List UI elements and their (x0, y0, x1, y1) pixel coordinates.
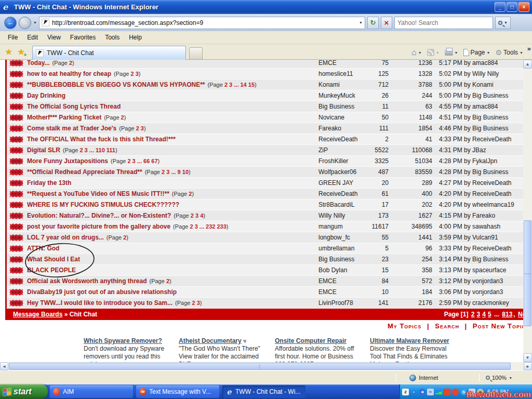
thread-title-link[interactable]: Day Drinking (27, 92, 65, 99)
thread-page-links[interactable]: 2 3 (192, 300, 200, 306)
thread-page-links[interactable]: 2 (69, 60, 72, 66)
thread-title-link[interactable]: **BUBBLEBOBBLE VS BIGEGO VS KONAMI VS HY… (27, 81, 205, 88)
thread-title-link[interactable]: Digital SLR (27, 147, 60, 154)
thread-page-links[interactable]: 2 (189, 191, 192, 197)
action-search[interactable]: Search (435, 322, 459, 330)
tray-aim-tray-icon[interactable] (452, 389, 459, 395)
thread-page-links[interactable]: 2 3 ... 9 10 (162, 169, 189, 175)
favorites-button[interactable]: ★ (5, 47, 12, 57)
taskbar-task-tww-chit-chat-wi-[interactable]: eTWW - Chit Chat - Wi... (222, 385, 305, 398)
taskbar-task-text-message-with-v-[interactable]: IMText Message with V... (136, 385, 219, 398)
search-input[interactable] (397, 19, 490, 26)
thread-title-link[interactable]: Come stalk me at Trader Joe's (27, 125, 116, 132)
new-tab-button[interactable] (189, 47, 203, 60)
tray-input-language-indicator[interactable]: 2 (402, 389, 409, 395)
thread-title-link[interactable]: ATTN: God (27, 245, 59, 252)
thread-title-link[interactable]: Friday the 13th (27, 179, 71, 187)
stop-button[interactable]: × (381, 17, 392, 29)
thread-page-links[interactable]: 2 3 ... 110 111 (79, 147, 115, 153)
thread-title-link[interactable]: how to eat healthy for cheap (27, 70, 111, 77)
thread-title-link[interactable]: Today... (27, 60, 50, 66)
thread-title-link[interactable]: **Official Redhead Appreciate Thread** (27, 168, 142, 176)
thread-title-link[interactable]: Hey TWW...I would like to introduce you … (27, 299, 172, 307)
thread-title-link[interactable]: post your favorite picture from the gall… (27, 223, 170, 230)
tab-tww-chit-chat[interactable]: TWW - Chit Chat (32, 46, 186, 60)
pagination-page-link[interactable]: 3 (477, 311, 481, 318)
thread-title-link[interactable]: The Official Song Lyrics Thread (27, 103, 121, 110)
ad-title-link[interactable]: Ultimate Malware Remover (370, 337, 449, 344)
thread-title-link[interactable]: **Request a YouTube Video of NES Music I… (27, 190, 169, 197)
thread-title-link[interactable]: The OFFICIAL What the fuck is this shit … (27, 136, 176, 143)
thread-page-links[interactable]: 2 3 ... 66 67 (127, 158, 157, 164)
address-field[interactable]: ▼ (39, 17, 365, 29)
address-dropdown-icon[interactable]: ▼ (359, 21, 363, 24)
tools-dropdown-icon[interactable]: ▼ (520, 51, 523, 55)
zoom-dropdown-icon[interactable]: ▼ (509, 376, 512, 380)
refresh-button[interactable]: ↻ (367, 17, 379, 29)
feeds-button[interactable]: ▼ (425, 48, 441, 57)
search-field[interactable] (394, 17, 493, 29)
menu-edit[interactable]: Edit (22, 32, 43, 43)
vertical-scrollbar[interactable]: ▲ ══ ▼ (523, 60, 532, 362)
search-button[interactable]: ▼ (495, 17, 511, 29)
tray-network-activity-icon[interactable]: ≈ (427, 389, 434, 395)
thread-title-link[interactable]: WHERE IS MY FUCKING STIMULUS CHECK?????? (27, 201, 179, 208)
scroll-right-button[interactable]: ► (524, 362, 532, 370)
thread-page-links[interactable]: 2 3 ... 14 15 (224, 82, 255, 88)
menu-file[interactable]: File (3, 32, 22, 43)
tray-updates-icon[interactable]: ▪ (410, 389, 417, 395)
thread-title-link[interactable]: Evolution: Natural?... Divine?... or Non… (27, 212, 171, 219)
pagination-last-link[interactable]: 813 (502, 311, 512, 318)
restore-button[interactable]: □ (507, 2, 517, 12)
scroll-down-button[interactable]: ▼ (523, 353, 532, 362)
print-button[interactable]: ▼ (443, 48, 460, 57)
thread-title-link[interactable]: LOL 7 year old on drugs... (27, 234, 104, 241)
home-dropdown-icon[interactable]: ▼ (418, 51, 422, 55)
pagination-next-link[interactable]: Next (518, 311, 523, 318)
thread-title-link[interactable]: DivaBaby19 just got out of an abusive re… (27, 288, 177, 296)
vertical-scroll-thumb[interactable]: ══ (524, 220, 531, 326)
action-my-topics[interactable]: My Topics (388, 322, 421, 330)
add-favorite-button[interactable]: ★+ (18, 47, 24, 57)
page-menu-button[interactable]: Page▼ (462, 48, 492, 57)
thread-page-links[interactable]: 2 (166, 278, 169, 284)
page-dropdown-icon[interactable]: ▼ (487, 51, 490, 55)
back-button[interactable]: ← (4, 17, 17, 29)
menu-help[interactable]: Help (124, 32, 147, 43)
menu-favorites[interactable]: Favorites (65, 32, 100, 43)
scroll-up-button[interactable]: ▲ (523, 60, 532, 69)
thread-page-links[interactable]: 2 3 (136, 125, 144, 131)
close-button[interactable]: × (518, 2, 529, 12)
horizontal-scrollbar[interactable]: ◄ ║ ► (0, 362, 532, 370)
thread-page-links[interactable]: 2 (121, 114, 124, 121)
menu-view[interactable]: View (43, 32, 65, 43)
tray-battery-icon[interactable] (444, 389, 450, 395)
ad-title-link[interactable]: Which Spyware Remover? (84, 337, 162, 344)
ad-title-link[interactable]: Atheist Documentary (179, 337, 242, 344)
ad-title-link[interactable]: Onsite Computer Repair (275, 337, 347, 344)
thread-title-link[interactable]: BLACK PEOPLE (27, 267, 76, 274)
minimize-button[interactable]: _ (495, 2, 506, 12)
toolbar-overflow-icon[interactable]: » (527, 45, 531, 52)
breadcrumb-message-boards-link[interactable]: Message Boards (13, 311, 62, 318)
tray-wireless-signal-icon[interactable]: ▂▄▆ (435, 389, 442, 395)
url-input[interactable] (52, 19, 356, 26)
tools-menu-button[interactable]: ⚙Tools▼ (494, 48, 525, 57)
history-dropdown-icon[interactable]: ▼ (33, 21, 37, 24)
print-dropdown-icon[interactable]: ▼ (455, 51, 458, 55)
zoom-control[interactable]: 100% ▼ (486, 375, 512, 381)
thread-page-links[interactable]: 2 3 ... 232 233 (190, 223, 227, 230)
thread-page-links[interactable]: 2 (123, 234, 126, 241)
menu-tools[interactable]: Tools (100, 32, 124, 43)
thread-title-link[interactable]: Motherf*** Parking Ticket (27, 114, 101, 121)
thread-title-link[interactable]: More Funny Juxtapositions (27, 157, 108, 165)
pagination-page-link[interactable]: 2 (471, 311, 475, 318)
home-button[interactable]: ⌂▼ (410, 48, 423, 57)
thread-title-link[interactable]: Official ask Wordsworth anything thread (27, 277, 147, 285)
thread-title-link[interactable]: What Should I Eat (27, 256, 80, 263)
horizontal-scroll-thumb[interactable]: ║ (9, 363, 511, 370)
forward-button[interactable]: → (19, 17, 31, 29)
scroll-left-button[interactable]: ◄ (0, 362, 8, 370)
pagination-page-link[interactable]: 4 (482, 311, 486, 318)
start-button[interactable]: start (0, 384, 48, 399)
